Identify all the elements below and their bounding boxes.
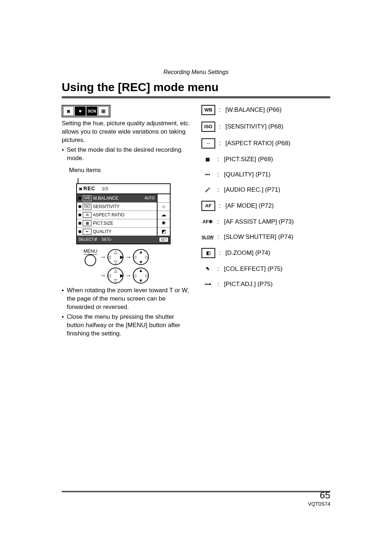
iso-icon: ISO bbox=[201, 122, 215, 132]
mode-camera-icon: ◙ bbox=[63, 106, 74, 116]
audio-rec-icon: 🎤 bbox=[201, 186, 214, 194]
menu-button-label: MENU bbox=[83, 248, 97, 255]
ref-sensitivity-label: [SENSITIVITY] (P68) bbox=[225, 123, 283, 131]
af-icon: AF bbox=[201, 201, 215, 211]
ref-pictadj-label: [PICT.ADJ.] (P75) bbox=[224, 280, 273, 289]
lcd-row-pictsize: ▦ PICT.SIZE bbox=[77, 219, 157, 228]
lcd-list: WB W.BALANCE AUTO ISO SENSITIVITY ⧉ ASPE… bbox=[77, 194, 157, 236]
col-effect-icon: ✎ bbox=[201, 265, 214, 273]
doc-id: VQT0S74 bbox=[308, 501, 330, 507]
ref-pictsize-label: [PICT.SIZE] (P69) bbox=[224, 155, 273, 164]
ref-coleffect-label: [COL.EFFECT] (P75) bbox=[224, 265, 283, 273]
ref-afassist: AF✱ : [AF ASSIST LAMP] (P73) bbox=[201, 217, 330, 226]
menu-button-icon bbox=[85, 254, 96, 266]
mode-movie-icon: ⊞ bbox=[98, 106, 109, 116]
pictsize-icon: ▦ bbox=[201, 155, 214, 164]
ref-quality-label: [QUALITY] (P71) bbox=[224, 171, 270, 179]
ref-afmode-label: [AF MODE] (P72) bbox=[225, 202, 274, 210]
ref-audiorec: 🎤 : [AUDIO REC.] (P71) bbox=[201, 186, 330, 194]
footer-rule bbox=[62, 491, 330, 492]
aspect-ratio-icon: ↔ bbox=[201, 138, 215, 148]
ref-audiorec-label: [AUDIO REC.] (P71) bbox=[224, 186, 280, 194]
page-footer: 65 VQT0S74 bbox=[308, 490, 330, 507]
lcd-screen: ◙ REC 1/3 WB W.BALANCE AUTO ISO bbox=[76, 183, 171, 244]
mode-scn-icon: SCN bbox=[86, 106, 97, 116]
arrow-icon: → bbox=[99, 253, 106, 261]
ref-pictadj: ⟿ : [PICT.ADJ.] (P75) bbox=[201, 280, 330, 289]
intro-text: Setting the hue, picture quality adjustm… bbox=[62, 119, 191, 144]
nav-diagram: MENU → △▽◁▶ → ▲▼◁▷ → bbox=[76, 248, 171, 283]
lcd-row-wbalance: WB W.BALANCE AUTO bbox=[77, 194, 157, 203]
ref-wbalance-label: [W.BALANCE] (P66) bbox=[225, 106, 282, 114]
lcd-page-indicator: 1/3 bbox=[102, 186, 108, 192]
mode-dial-icons: ◙ ♥ SCN ⊞ bbox=[62, 105, 110, 117]
af-assist-icon: AF✱ bbox=[201, 217, 214, 226]
dpad-right-icon: △▽◁▶ bbox=[108, 268, 123, 283]
lcd-rec-label: REC bbox=[83, 185, 95, 192]
manual-page: Recording Menu Settings Using the [REC] … bbox=[0, 0, 392, 554]
ref-pictsize: ▦ : [PICT.SIZE] (P69) bbox=[201, 155, 330, 164]
bullet-zoom-lever-text: When rotating the zoom lever toward T or… bbox=[67, 286, 191, 311]
ref-wbalance: WB : [W.BALANCE] (P66) bbox=[201, 105, 330, 115]
bullet-zoom-lever: • When rotating the zoom lever toward T … bbox=[62, 286, 191, 311]
dzoom-icon: ◧ bbox=[201, 248, 215, 258]
bullet-set-mode-text: Set the mode dial to the desired recordi… bbox=[67, 146, 191, 163]
title-rule bbox=[62, 96, 330, 98]
ref-coleffect: ✎ : [COL.EFFECT] (P75) bbox=[201, 265, 330, 273]
arrow-icon: → bbox=[99, 271, 106, 280]
bullet-set-mode: • Set the mode dial to the desired recor… bbox=[62, 146, 191, 163]
ref-slowshutter: SLOW : [SLOW SHUTTER] (P74) bbox=[201, 233, 330, 241]
bullet-close-menu: • Close the menu by pressing the shutter… bbox=[62, 313, 191, 338]
ref-dzoom: ◧ : [D.ZOOM] (P74) bbox=[201, 248, 330, 258]
ref-quality: ▪▪▪ : [QUALITY] (P71) bbox=[201, 170, 330, 179]
arrow-icon: → bbox=[125, 253, 131, 261]
ref-aspect: ↔ : [ASPECT RATIO] (P68) bbox=[201, 138, 330, 148]
ref-afassist-label: [AF ASSIST LAMP] (P73) bbox=[224, 218, 294, 226]
lcd-row-aspect: ⧉ ASPECT RATIO bbox=[77, 211, 157, 219]
pict-adj-icon: ⟿ bbox=[201, 280, 214, 289]
dpad-right-icon: △▽◁▶ bbox=[108, 250, 123, 264]
section-header: Recording Menu Settings bbox=[62, 69, 330, 76]
ref-slowshutter-label: [SLOW SHUTTER] (P74) bbox=[224, 233, 293, 241]
page-title: Using the [REC] mode menu bbox=[62, 81, 330, 94]
page-number: 65 bbox=[308, 490, 330, 501]
lcd-side-icons: ☼ ☁ ✺ ◩ bbox=[157, 194, 170, 236]
wb-icon: WB bbox=[201, 105, 215, 115]
lcd-bottom-bar: SELECT⇵ SET▷ SET bbox=[77, 236, 170, 244]
menu-items-label: Menu items bbox=[69, 166, 191, 175]
mode-heart-icon: ♥ bbox=[75, 106, 86, 116]
right-column: WB : [W.BALANCE] (P66) ISO : [SENSITIVIT… bbox=[201, 105, 330, 339]
left-column: ◙ ♥ SCN ⊞ Setting the hue, picture quali… bbox=[62, 105, 191, 339]
arrow-icon: → bbox=[125, 271, 131, 280]
dpad-updown-icon: ▲▼◁▷ bbox=[134, 250, 148, 264]
lcd-row-sensitivity: ISO SENSITIVITY bbox=[77, 203, 157, 211]
ref-dzoom-label: [D.ZOOM] (P74) bbox=[225, 249, 270, 257]
ref-aspect-label: [ASPECT RATIO] (P68) bbox=[225, 139, 290, 148]
ref-afmode: AF : [AF MODE] (P72) bbox=[201, 201, 330, 211]
quality-icon: ▪▪▪ bbox=[201, 170, 214, 179]
bullet-close-menu-text: Close the menu by pressing the shutter b… bbox=[67, 313, 191, 338]
ref-sensitivity: ISO : [SENSITIVITY] (P68) bbox=[201, 122, 330, 132]
dpad-updown-icon: ▲▼◁▷ bbox=[134, 268, 148, 283]
lcd-row-quality: ▪▪ QUALITY bbox=[77, 228, 157, 236]
camera-icon: ◙ bbox=[79, 186, 82, 192]
slow-shutter-icon: SLOW bbox=[201, 233, 214, 241]
menu-illustration: ◙ REC 1/3 WB W.BALANCE AUTO ISO bbox=[76, 178, 171, 283]
